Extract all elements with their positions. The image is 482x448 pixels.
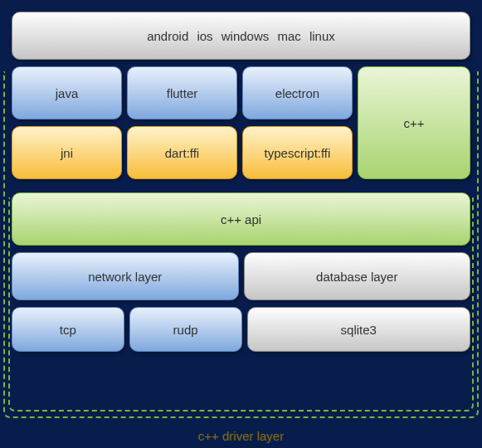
proto-tcp: tcp — [12, 307, 124, 352]
ffi-jni: jni — [12, 126, 122, 179]
database-layer: database layer — [244, 252, 471, 300]
ffi-row: jni dart:ffi typescript:ffi — [12, 126, 353, 179]
ffi-dart: dart:ffi — [127, 126, 237, 179]
upper-section: java flutter electron jni dart:ffi types… — [7, 66, 475, 179]
db-sqlite: sqlite3 — [247, 307, 471, 352]
language-bindings-group: java flutter electron jni dart:ffi types… — [12, 66, 353, 179]
ffi-ts: typescript:ffi — [242, 126, 353, 179]
lang-java: java — [12, 66, 122, 119]
languages-row: java flutter electron — [12, 66, 353, 119]
proto-rudp: rudp — [129, 307, 242, 352]
bracket-label: c++ driver layer — [0, 429, 482, 443]
middle-layers-row: network layer database layer — [12, 252, 470, 300]
lang-electron: electron — [242, 66, 353, 119]
network-layer: network layer — [12, 252, 239, 300]
driver-layer-group: c++ api network layer database layer tcp… — [12, 192, 470, 352]
bottom-row: tcp rudp sqlite3 — [12, 307, 470, 352]
lang-flutter: flutter — [127, 66, 237, 119]
cpp-native: c++ — [358, 66, 470, 179]
cpp-api: c++ api — [12, 192, 470, 246]
platforms-bar: android ios windows mac linux — [12, 12, 470, 60]
